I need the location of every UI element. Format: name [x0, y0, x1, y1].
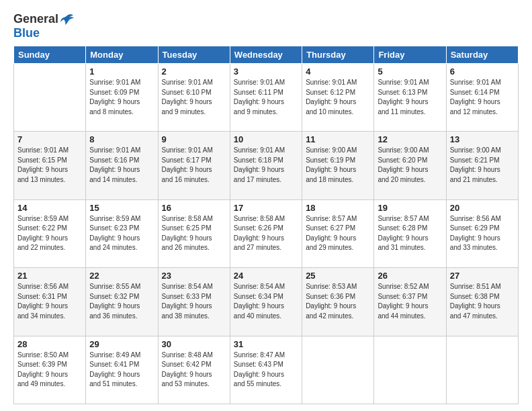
day-cell: 16Sunrise: 8:58 AM Sunset: 6:25 PM Dayli…: [158, 199, 230, 267]
day-info: Sunrise: 9:01 AM Sunset: 6:09 PM Dayligh…: [89, 78, 154, 117]
logo-blue-text: Blue: [13, 26, 40, 40]
day-header-wednesday: Wednesday: [230, 46, 302, 64]
week-row-3: 14Sunrise: 8:59 AM Sunset: 6:22 PM Dayli…: [14, 199, 519, 267]
day-info: Sunrise: 9:01 AM Sunset: 6:14 PM Dayligh…: [450, 78, 515, 117]
day-cell: 3Sunrise: 9:01 AM Sunset: 6:11 PM Daylig…: [230, 64, 302, 132]
day-headers-row: SundayMondayTuesdayWednesdayThursdayFrid…: [14, 46, 519, 64]
day-info: Sunrise: 8:57 AM Sunset: 6:27 PM Dayligh…: [306, 214, 370, 253]
day-info: Sunrise: 8:56 AM Sunset: 6:31 PM Dayligh…: [17, 282, 82, 321]
day-number: 16: [162, 203, 226, 213]
day-cell: 18Sunrise: 8:57 AM Sunset: 6:27 PM Dayli…: [302, 199, 374, 267]
day-cell: 15Sunrise: 8:59 AM Sunset: 6:23 PM Dayli…: [86, 199, 158, 267]
logo: General Blue: [13, 12, 75, 40]
day-cell: 9Sunrise: 9:01 AM Sunset: 6:17 PM Daylig…: [158, 132, 230, 199]
day-cell: 25Sunrise: 8:53 AM Sunset: 6:36 PM Dayli…: [302, 268, 374, 336]
calendar-body: 1Sunrise: 9:01 AM Sunset: 6:09 PM Daylig…: [14, 64, 519, 404]
day-cell: [14, 64, 86, 132]
day-number: 22: [89, 271, 154, 281]
day-number: 28: [17, 339, 82, 349]
day-header-sunday: Sunday: [14, 46, 86, 64]
day-info: Sunrise: 9:01 AM Sunset: 6:16 PM Dayligh…: [89, 146, 154, 185]
logo-general-text: General: [13, 12, 58, 26]
day-number: 20: [450, 203, 515, 213]
day-cell: 27Sunrise: 8:51 AM Sunset: 6:38 PM Dayli…: [446, 268, 518, 336]
day-number: 6: [450, 66, 515, 77]
day-number: 23: [162, 271, 226, 281]
day-info: Sunrise: 8:56 AM Sunset: 6:29 PM Dayligh…: [450, 214, 515, 253]
day-cell: 13Sunrise: 9:00 AM Sunset: 6:21 PM Dayli…: [446, 132, 518, 199]
day-cell: 24Sunrise: 8:54 AM Sunset: 6:34 PM Dayli…: [230, 268, 302, 336]
day-header-friday: Friday: [374, 46, 446, 64]
day-cell: 1Sunrise: 9:01 AM Sunset: 6:09 PM Daylig…: [86, 64, 158, 132]
day-cell: 7Sunrise: 9:01 AM Sunset: 6:15 PM Daylig…: [14, 132, 86, 199]
day-info: Sunrise: 8:51 AM Sunset: 6:38 PM Dayligh…: [450, 282, 515, 321]
day-number: 3: [234, 66, 298, 77]
day-cell: 19Sunrise: 8:57 AM Sunset: 6:28 PM Dayli…: [374, 199, 446, 267]
day-info: Sunrise: 9:01 AM Sunset: 6:13 PM Dayligh…: [378, 78, 442, 117]
day-info: Sunrise: 8:54 AM Sunset: 6:34 PM Dayligh…: [234, 282, 298, 321]
day-info: Sunrise: 9:01 AM Sunset: 6:12 PM Dayligh…: [306, 78, 370, 117]
day-number: 8: [89, 134, 154, 144]
day-number: 7: [17, 134, 82, 144]
day-cell: 26Sunrise: 8:52 AM Sunset: 6:37 PM Dayli…: [374, 268, 446, 336]
day-cell: 5Sunrise: 9:01 AM Sunset: 6:13 PM Daylig…: [374, 64, 446, 132]
day-info: Sunrise: 8:57 AM Sunset: 6:28 PM Dayligh…: [378, 214, 442, 253]
day-cell: [446, 336, 518, 404]
day-info: Sunrise: 9:01 AM Sunset: 6:11 PM Dayligh…: [234, 78, 298, 117]
day-number: 30: [162, 339, 226, 349]
day-info: Sunrise: 9:01 AM Sunset: 6:18 PM Dayligh…: [234, 146, 298, 185]
day-number: 13: [450, 134, 515, 144]
day-cell: 10Sunrise: 9:01 AM Sunset: 6:18 PM Dayli…: [230, 132, 302, 199]
day-cell: 12Sunrise: 9:00 AM Sunset: 6:20 PM Dayli…: [374, 132, 446, 199]
day-number: 19: [378, 203, 442, 213]
day-number: 18: [306, 203, 370, 213]
day-info: Sunrise: 8:55 AM Sunset: 6:32 PM Dayligh…: [89, 282, 154, 321]
day-info: Sunrise: 9:00 AM Sunset: 6:19 PM Dayligh…: [306, 146, 370, 185]
day-header-saturday: Saturday: [446, 46, 518, 64]
day-info: Sunrise: 9:01 AM Sunset: 6:15 PM Dayligh…: [17, 146, 82, 185]
day-number: 17: [234, 203, 298, 213]
day-info: Sunrise: 8:47 AM Sunset: 6:43 PM Dayligh…: [234, 351, 298, 390]
day-number: 24: [234, 271, 298, 281]
day-info: Sunrise: 8:54 AM Sunset: 6:33 PM Dayligh…: [162, 282, 226, 321]
day-cell: 2Sunrise: 9:01 AM Sunset: 6:10 PM Daylig…: [158, 64, 230, 132]
week-row-2: 7Sunrise: 9:01 AM Sunset: 6:15 PM Daylig…: [14, 132, 519, 199]
day-info: Sunrise: 8:52 AM Sunset: 6:37 PM Dayligh…: [378, 282, 442, 321]
day-info: Sunrise: 9:01 AM Sunset: 6:10 PM Dayligh…: [162, 78, 226, 117]
day-number: 10: [234, 134, 298, 144]
day-cell: 8Sunrise: 9:01 AM Sunset: 6:16 PM Daylig…: [86, 132, 158, 199]
week-row-5: 28Sunrise: 8:50 AM Sunset: 6:39 PM Dayli…: [14, 336, 519, 404]
day-number: 29: [89, 339, 154, 349]
day-number: 12: [378, 134, 442, 144]
day-info: Sunrise: 8:48 AM Sunset: 6:42 PM Dayligh…: [162, 351, 226, 390]
day-cell: 29Sunrise: 8:49 AM Sunset: 6:41 PM Dayli…: [86, 336, 158, 404]
day-info: Sunrise: 8:50 AM Sunset: 6:39 PM Dayligh…: [17, 351, 82, 390]
day-number: 14: [17, 203, 82, 213]
day-cell: 30Sunrise: 8:48 AM Sunset: 6:42 PM Dayli…: [158, 336, 230, 404]
day-cell: [374, 336, 446, 404]
day-cell: 14Sunrise: 8:59 AM Sunset: 6:22 PM Dayli…: [14, 199, 86, 267]
day-number: 1: [89, 66, 154, 77]
day-header-tuesday: Tuesday: [158, 46, 230, 64]
day-info: Sunrise: 8:59 AM Sunset: 6:23 PM Dayligh…: [89, 214, 154, 253]
day-number: 26: [378, 271, 442, 281]
day-cell: [302, 336, 374, 404]
day-info: Sunrise: 8:59 AM Sunset: 6:22 PM Dayligh…: [17, 214, 82, 253]
day-cell: 21Sunrise: 8:56 AM Sunset: 6:31 PM Dayli…: [14, 268, 86, 336]
day-number: 2: [162, 66, 226, 77]
header: General Blue: [13, 12, 519, 40]
day-cell: 28Sunrise: 8:50 AM Sunset: 6:39 PM Dayli…: [14, 336, 86, 404]
day-cell: 17Sunrise: 8:58 AM Sunset: 6:26 PM Dayli…: [230, 199, 302, 267]
day-info: Sunrise: 9:00 AM Sunset: 6:20 PM Dayligh…: [378, 146, 442, 185]
day-cell: 20Sunrise: 8:56 AM Sunset: 6:29 PM Dayli…: [446, 199, 518, 267]
day-header-thursday: Thursday: [302, 46, 374, 64]
day-cell: 22Sunrise: 8:55 AM Sunset: 6:32 PM Dayli…: [86, 268, 158, 336]
day-cell: 11Sunrise: 9:00 AM Sunset: 6:19 PM Dayli…: [302, 132, 374, 199]
day-number: 31: [234, 339, 298, 349]
week-row-1: 1Sunrise: 9:01 AM Sunset: 6:09 PM Daylig…: [14, 64, 519, 132]
day-info: Sunrise: 8:49 AM Sunset: 6:41 PM Dayligh…: [89, 351, 154, 390]
day-number: 4: [306, 66, 370, 77]
day-number: 27: [450, 271, 515, 281]
day-number: 5: [378, 66, 442, 77]
calendar-table: SundayMondayTuesdayWednesdayThursdayFrid…: [13, 46, 519, 404]
